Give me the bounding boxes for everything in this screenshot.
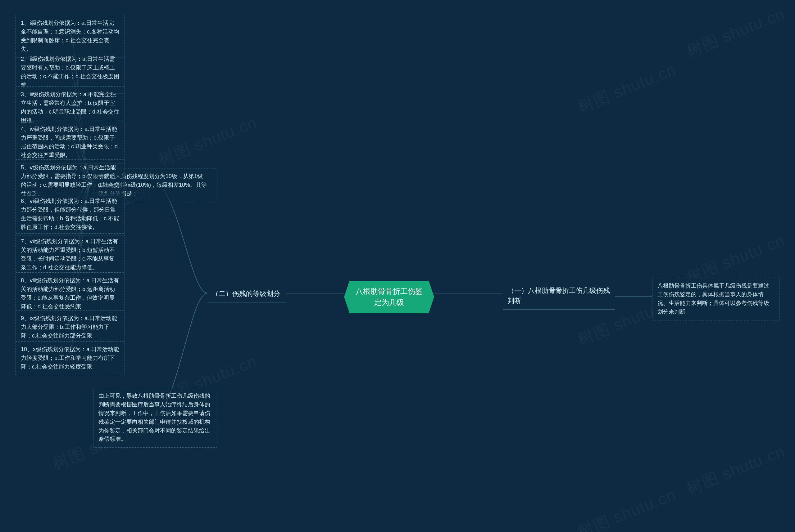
leaf-level-6[interactable]: 6、ⅵ级伤残划分依据为：a.日常生活能力部分受限，但能部分代偿，部分日常生活需要… <box>16 193 125 236</box>
leaf-level-8[interactable]: 8、ⅷ级伤残划分依据为：a.日常生活有关的活动能力部分受限；b.远距离活动受限；… <box>16 272 125 315</box>
leaf-level-4[interactable]: 4、ⅳ级伤残划分依据为：a.日常生活能力严重受限，间或需要帮助；b.仅限于居住范… <box>16 121 125 164</box>
watermark: 树图 shutu.cn <box>574 483 680 532</box>
leaf-right-1[interactable]: 八根肋骨骨折工伤具体属于几级伤残是要通过工伤伤残鉴定的，具体根据当事人的身体情况… <box>652 278 779 320</box>
leaf-level-7[interactable]: 7、ⅶ级伤残划分依据为：a.日常生活有关的活动能力严重受限；b.短暂活动不受限，… <box>16 233 125 276</box>
watermark: 树图 shutu.cn <box>574 59 680 118</box>
watermark: 树图 shutu.cn <box>155 111 260 171</box>
watermark: 树图 shutu.cn <box>683 3 788 62</box>
branch-right-1[interactable]: （一）八根肋骨骨折工伤几级伤残判断 <box>503 282 615 309</box>
leaf-level-10[interactable]: 10、ⅹ级伤残划分依据为：a.日常活动能力轻度受限；b.工作和学习能力有所下降；… <box>16 341 125 375</box>
leaf-conclusion[interactable]: 由上可见，导致八根肋骨骨折工伤几级伤残的判断需要根据医疗后当事人治疗终结后身体的… <box>93 388 217 448</box>
branch-left-2[interactable]: （二）伤残的等级划分 <box>207 285 286 302</box>
watermark: 树图 shutu.cn <box>683 440 788 499</box>
leaf-level-9[interactable]: 9、ⅸ级伤残划分依据为：a.日常活动能力大部分受限；b.工作和学习能力下降；c.… <box>16 310 125 344</box>
root-node[interactable]: 八根肋骨骨折工伤鉴定为几级 <box>344 281 434 313</box>
